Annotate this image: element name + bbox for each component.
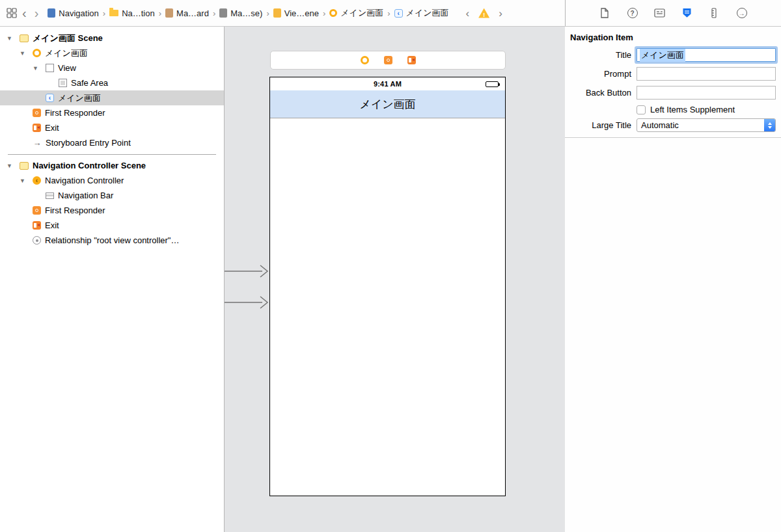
scene-icon <box>20 162 29 170</box>
disclosure-triangle[interactable]: ▼ <box>20 50 33 57</box>
navigation-bar-preview[interactable]: メイン画面 <box>270 90 505 118</box>
related-items-icon[interactable] <box>5 7 18 20</box>
large-title-label: Large Title <box>569 120 631 130</box>
view-controller-icon[interactable] <box>361 56 369 64</box>
breadcrumb-separator: › <box>264 8 271 18</box>
relationship-icon <box>33 236 41 245</box>
next-issue-icon[interactable]: › <box>495 8 506 19</box>
file-inspector-icon[interactable] <box>599 7 612 20</box>
outline-row-navigation-controller[interactable]: ▼ ‹ Navigation Controller <box>0 173 224 188</box>
outline-row-navigation-bar[interactable]: Navigation Bar <box>0 188 224 203</box>
large-title-value: Automatic <box>641 120 679 130</box>
breadcrumb-item-scene[interactable]: Vie…ene <box>272 8 320 18</box>
navigation-item-icon: ‹ <box>394 9 403 18</box>
issue-navigation: ‹ ! › <box>462 8 506 19</box>
project-file-icon <box>48 8 55 18</box>
folder-icon <box>109 10 118 16</box>
back-button-field[interactable] <box>637 86 776 100</box>
status-bar: 9:41 AM <box>270 77 505 90</box>
size-inspector-icon[interactable] <box>708 7 721 20</box>
outline-row-navigation-item[interactable]: ‹ メイン画面 <box>0 90 224 105</box>
disclosure-triangle[interactable]: ▼ <box>20 178 33 184</box>
navigation-bar-icon <box>46 193 54 199</box>
previous-issue-icon[interactable]: ‹ <box>462 8 474 19</box>
outline-row-relationship[interactable]: Relationship "root view controller"… <box>0 233 224 248</box>
outline-row-main-scene[interactable]: ▼ メイン画面 Scene <box>0 31 224 46</box>
outline-row-nav-controller-scene[interactable]: ▼ Navigation Controller Scene <box>0 158 224 173</box>
view-preview[interactable] <box>270 118 505 496</box>
attributes-inspector-panel: Navigation Item Title メイン画面 Prompt Back … <box>565 27 781 532</box>
disclosure-triangle[interactable]: ▼ <box>33 65 46 72</box>
breadcrumb-item-navigation-item[interactable]: ‹ メイン画面 <box>393 7 450 19</box>
breadcrumb-separator: › <box>385 8 392 18</box>
navigation-title: メイン画面 <box>359 97 415 112</box>
scene-icon <box>20 34 29 42</box>
breadcrumb-item-view-controller[interactable]: メイン画面 <box>328 7 385 19</box>
outline-row-safe-area[interactable]: Safe Area <box>0 75 224 90</box>
large-title-row: Large Title Automatic <box>565 118 776 132</box>
warning-icon[interactable]: ! <box>478 8 489 18</box>
status-time: 9:41 AM <box>374 80 402 88</box>
breadcrumb-item-base[interactable]: Ma…se) <box>218 8 264 18</box>
relationship-arrow[interactable] <box>225 263 270 280</box>
left-items-label: Left Items Supplement <box>650 105 735 114</box>
left-items-row: Left Items Supplement <box>565 105 776 114</box>
title-label: Title <box>569 50 631 60</box>
breadcrumb: Navigation › Na…tion › Ma…ard › Ma…se) › <box>46 7 450 19</box>
popup-stepper-icon <box>764 119 775 131</box>
first-responder-icon[interactable] <box>384 56 392 64</box>
prompt-label: Prompt <box>569 69 631 79</box>
outline-row-view-controller[interactable]: ▼ メイン画面 <box>0 46 224 60</box>
toolbar: ‹ › Navigation › Na…tion › Ma…ard › <box>0 0 781 27</box>
xcode-window: ‹ › Navigation › Na…tion › Ma…ard › <box>0 0 781 532</box>
view-controller-icon <box>329 9 337 17</box>
exit-icon <box>33 221 41 230</box>
outline-row-first-responder[interactable]: First Responder <box>0 105 224 120</box>
jump-bar-area: ‹ › Navigation › Na…tion › Ma…ard › <box>0 0 566 26</box>
exit-icon <box>33 124 41 132</box>
back-chevron-icon[interactable]: ‹ <box>18 7 31 20</box>
navigation-item-icon: ‹ <box>46 94 54 102</box>
prompt-field[interactable] <box>637 67 776 81</box>
connections-inspector-icon[interactable]: → <box>735 7 748 20</box>
breadcrumb-item-storyboard[interactable]: Ma…ard <box>164 8 210 18</box>
view-icon <box>46 64 54 72</box>
storyboard-canvas[interactable]: 9:41 AM メイン画面 <box>225 27 565 532</box>
exit-icon[interactable] <box>407 56 416 64</box>
attributes-inspector-icon[interactable] <box>681 7 694 20</box>
outline-row-first-responder-2[interactable]: First Responder <box>0 203 224 218</box>
safe-area-icon <box>59 79 67 87</box>
entry-point-icon: → <box>33 138 42 148</box>
inspector-toolbar: ? → <box>566 0 781 26</box>
outline-row-view[interactable]: ▼ View <box>0 60 224 75</box>
title-field[interactable]: メイン画面 <box>637 48 776 62</box>
scene-dock <box>270 51 506 70</box>
inspector-divider <box>565 137 781 138</box>
main-area: ▼ メイン画面 Scene ▼ メイン画面 ▼ View Safe Area <box>0 27 781 532</box>
disclosure-triangle[interactable]: ▼ <box>7 35 20 42</box>
large-title-popup[interactable]: Automatic <box>637 118 776 132</box>
breadcrumb-item-group[interactable]: Na…tion <box>108 8 156 18</box>
breadcrumb-item-project[interactable]: Navigation <box>46 8 100 18</box>
entry-point-arrow[interactable] <box>225 294 270 311</box>
view-controller-icon <box>33 49 41 57</box>
prompt-row: Prompt <box>565 67 776 81</box>
identity-inspector-icon[interactable] <box>653 7 666 20</box>
forward-chevron-icon[interactable]: › <box>31 7 43 20</box>
inspector-section-title: Navigation Item <box>565 27 781 48</box>
quick-help-icon[interactable]: ? <box>626 7 639 20</box>
battery-icon <box>486 81 499 87</box>
document-outline: ▼ メイン画面 Scene ▼ メイン画面 ▼ View Safe Area <box>0 27 225 532</box>
outline-row-exit-2[interactable]: Exit <box>0 218 224 233</box>
scene-doc-icon <box>273 8 281 18</box>
base-file-icon <box>219 8 227 18</box>
disclosure-triangle[interactable]: ▼ <box>7 163 20 169</box>
outline-row-entry-point[interactable]: → Storyboard Entry Point <box>0 135 224 150</box>
back-button-row: Back Button <box>565 86 776 100</box>
outline-row-exit[interactable]: Exit <box>0 120 224 135</box>
left-items-checkbox[interactable] <box>637 105 646 114</box>
view-controller-preview[interactable]: 9:41 AM メイン画面 <box>269 77 506 496</box>
back-button-label: Back Button <box>569 88 631 98</box>
breadcrumb-separator: › <box>156 8 164 18</box>
first-responder-icon <box>33 109 41 117</box>
